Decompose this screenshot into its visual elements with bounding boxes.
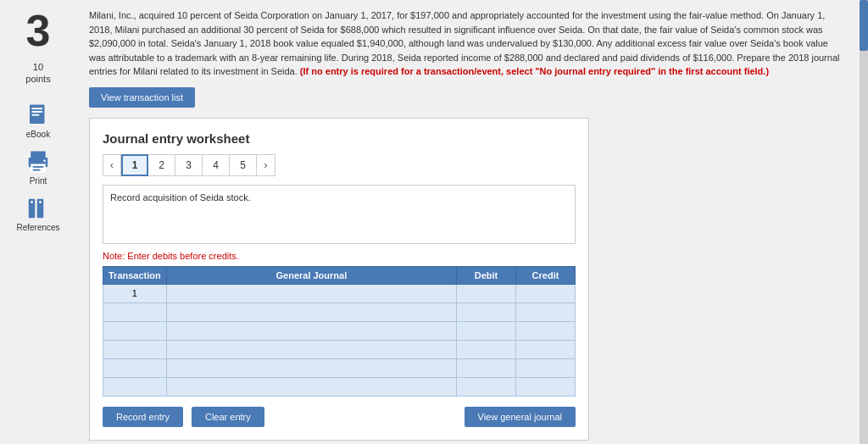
table-row [103, 321, 576, 340]
debit-input-6[interactable] [457, 377, 516, 396]
transaction-number-3 [103, 321, 167, 340]
credit-field-1[interactable] [520, 288, 571, 298]
bottom-buttons: Record entry Clear entry View general jo… [103, 407, 576, 427]
svg-rect-1 [31, 108, 42, 109]
worksheet-card: Journal entry worksheet ‹ 1 2 3 4 5 › Re… [89, 118, 589, 441]
tab-navigation: ‹ 1 2 3 4 5 › [103, 154, 576, 176]
journal-field-5[interactable] [170, 363, 453, 373]
table-row [103, 340, 576, 358]
journal-input-3[interactable] [166, 321, 456, 340]
journal-input-5[interactable] [166, 358, 456, 377]
print-label: Print [30, 176, 47, 186]
ebook-label: eBook [26, 130, 50, 139]
debit-input-5[interactable] [457, 358, 516, 377]
svg-rect-2 [31, 111, 42, 113]
tab-next-arrow[interactable]: › [257, 154, 275, 176]
credit-field-2[interactable] [520, 307, 571, 317]
references-label: References [16, 223, 59, 232]
table-row [103, 377, 576, 396]
debit-field-5[interactable] [460, 363, 512, 373]
tab-prev-arrow[interactable]: ‹ [103, 154, 121, 176]
transaction-number-4 [103, 340, 167, 358]
debit-field-4[interactable] [460, 344, 512, 354]
transaction-description: Record acquisition of Seida stock. [103, 185, 576, 244]
debit-field-1[interactable] [460, 288, 512, 298]
journal-input-4[interactable] [166, 340, 456, 358]
debit-input-3[interactable] [457, 321, 516, 340]
debit-input-2[interactable] [457, 302, 516, 321]
journal-field-2[interactable] [170, 307, 453, 317]
print-icon [25, 149, 51, 175]
col-debit: Debit [457, 266, 516, 284]
scrollbar-thumb[interactable] [860, 0, 868, 51]
record-entry-button[interactable]: Record entry [103, 407, 183, 427]
journal-input-1[interactable] [166, 284, 456, 302]
debit-input-1[interactable] [457, 284, 516, 302]
sidebar-tools: eBook Print [16, 103, 59, 232]
note-text: Note: Enter debits before credits. [103, 251, 576, 261]
svg-rect-12 [31, 201, 33, 203]
debit-field-6[interactable] [460, 381, 512, 391]
sidebar-item-ebook[interactable]: eBook [25, 103, 51, 139]
col-general-journal: General Journal [166, 266, 456, 284]
journal-table: Transaction General Journal Debit Credit… [103, 266, 576, 397]
table-row [103, 358, 576, 377]
worksheet-title: Journal entry worksheet [103, 131, 576, 146]
journal-field-1[interactable] [170, 288, 453, 298]
credit-input-1[interactable] [516, 284, 576, 302]
tab-2[interactable]: 2 [148, 154, 175, 176]
svg-rect-13 [39, 201, 42, 203]
journal-field-3[interactable] [170, 325, 453, 336]
scrollbar-track[interactable] [860, 0, 868, 444]
svg-rect-6 [31, 164, 46, 172]
journal-field-6[interactable] [170, 381, 453, 391]
svg-point-9 [43, 159, 46, 162]
transaction-number-6 [103, 377, 167, 396]
transaction-number-1: 1 [103, 284, 167, 302]
view-general-journal-button[interactable]: View general journal [465, 407, 576, 427]
clear-entry-button[interactable]: Clear entry [192, 407, 264, 427]
credit-input-2[interactable] [516, 302, 576, 321]
credit-field-4[interactable] [520, 344, 571, 354]
credit-field-3[interactable] [520, 325, 571, 336]
transaction-number-2 [103, 302, 167, 321]
svg-rect-3 [31, 114, 39, 115]
svg-rect-7 [33, 166, 44, 168]
tab-1[interactable]: 1 [121, 154, 148, 176]
col-credit: Credit [516, 266, 576, 284]
sidebar-item-references[interactable]: References [16, 196, 59, 232]
journal-input-2[interactable] [166, 302, 456, 321]
tab-4[interactable]: 4 [203, 154, 230, 176]
sidebar: 3 10 points eBook [0, 0, 76, 444]
points-label: 10 points [25, 61, 50, 86]
journal-input-6[interactable] [166, 377, 456, 396]
debit-input-4[interactable] [457, 340, 516, 358]
transaction-number-5 [103, 358, 167, 377]
credit-input-4[interactable] [516, 340, 576, 358]
tab-3[interactable]: 3 [175, 154, 203, 176]
debit-field-3[interactable] [460, 325, 512, 336]
ebook-icon [25, 103, 51, 128]
credit-input-5[interactable] [516, 358, 576, 377]
journal-field-4[interactable] [170, 344, 453, 354]
question-number: 3 [26, 8, 51, 53]
credit-field-6[interactable] [520, 381, 571, 391]
table-row: 1 [103, 284, 576, 302]
col-transaction: Transaction [103, 266, 167, 284]
sidebar-item-print[interactable]: Print [25, 149, 51, 186]
credit-input-6[interactable] [516, 377, 576, 396]
problem-text: Milani, Inc., acquired 10 percent of Sei… [89, 8, 847, 79]
svg-rect-8 [33, 169, 41, 170]
main-content: Milani, Inc., acquired 10 percent of Sei… [76, 0, 860, 444]
credit-input-3[interactable] [516, 321, 576, 340]
tab-5[interactable]: 5 [230, 154, 257, 176]
view-transaction-button[interactable]: View transaction list [89, 87, 195, 108]
references-icon [25, 196, 51, 221]
table-row [103, 302, 576, 321]
credit-field-5[interactable] [520, 363, 571, 373]
debit-field-2[interactable] [460, 307, 512, 317]
